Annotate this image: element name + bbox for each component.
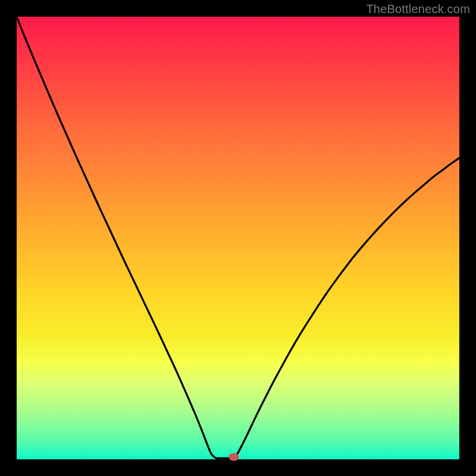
plot-area bbox=[17, 17, 459, 459]
minimum-marker bbox=[228, 453, 239, 461]
chart-frame: TheBottleneck.com bbox=[0, 0, 476, 476]
watermark-text: TheBottleneck.com bbox=[366, 2, 470, 16]
bottleneck-curve bbox=[17, 17, 459, 459]
